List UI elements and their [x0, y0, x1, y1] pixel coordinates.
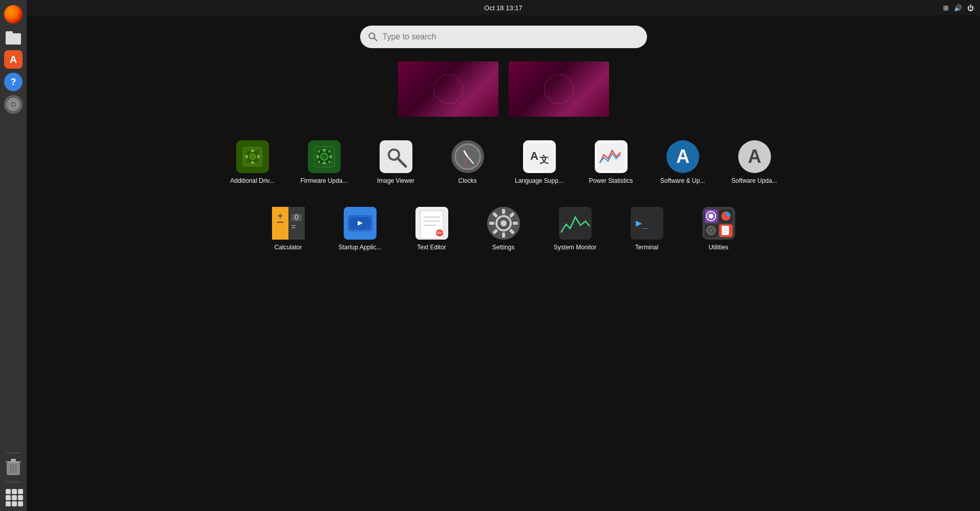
app-label-terminal: Terminal: [635, 244, 658, 251]
svg-rect-25: [329, 155, 332, 158]
svg-text:▶: ▶: [358, 218, 363, 227]
startup-applications-icon: ▶: [344, 207, 377, 240]
sound-icon[interactable]: 🔊: [954, 4, 962, 12]
svg-rect-27: [323, 162, 326, 164]
workspace-switcher: [397, 60, 610, 118]
svg-marker-12: [545, 75, 573, 103]
dock-item-trash[interactable]: [3, 457, 24, 478]
app-label-image-viewer: Image Viewer: [377, 177, 414, 184]
svg-text:A: A: [676, 146, 690, 167]
app-label-firmware-upda: Firmware Upda...: [300, 177, 347, 184]
app-terminal[interactable]: ▶_ Terminal: [614, 201, 680, 267]
svg-rect-0: [6, 33, 21, 45]
optical-drive-icon: [4, 95, 23, 114]
svg-rect-28: [318, 151, 320, 153]
app-software-up[interactable]: A Software & Up...: [650, 134, 716, 201]
power-statistics-icon: [595, 140, 628, 173]
app-calculator[interactable]: − + 0 = Calculator: [255, 201, 322, 267]
help-icon: ?: [4, 73, 23, 91]
svg-rect-31: [328, 161, 330, 163]
app-system-monitor[interactable]: System Monitor: [542, 201, 609, 267]
svg-text:文: 文: [539, 155, 549, 165]
search-bar[interactable]: [360, 26, 647, 48]
app-label-text-editor: Text Editor: [417, 244, 446, 251]
dock-item-files[interactable]: [3, 27, 24, 47]
app-additional-driv[interactable]: Additional Driv...: [219, 134, 286, 201]
clock-face: [454, 143, 481, 170]
svg-marker-11: [437, 78, 460, 100]
app-settings[interactable]: Settings: [470, 201, 537, 267]
app-language-supp[interactable]: A 文 Language Supp...: [506, 134, 573, 201]
svg-text:=: =: [291, 223, 296, 231]
search-icon: [368, 32, 378, 41]
app-firmware-upda[interactable]: Firmware Upda...: [291, 134, 358, 201]
firefox-icon: [4, 5, 23, 24]
calculator-icon: − + 0 =: [272, 207, 305, 240]
app-label-settings: Settings: [492, 244, 514, 251]
main-area: Oct 18 13:17 ⊞ 🔊 ⏻: [27, 0, 980, 511]
app-image-viewer[interactable]: Image Viewer: [363, 134, 429, 201]
app-utilities[interactable]: Utilities: [685, 201, 752, 267]
svg-point-23: [321, 153, 328, 160]
app-label-utilities: Utilities: [708, 244, 728, 251]
topbar-center: Oct 18 13:17: [484, 4, 522, 12]
svg-rect-29: [328, 151, 330, 153]
system-monitor-icon: [559, 207, 592, 240]
software-updates-icon: A: [666, 140, 699, 173]
utilities-icon: [702, 207, 735, 240]
dock-item-help[interactable]: ?: [3, 72, 24, 92]
app-text-editor[interactable]: ✏ Text Editor: [399, 201, 465, 267]
app-row-2: − + 0 = Calculator ▶: [255, 201, 752, 267]
clock-second-hand: [464, 157, 468, 166]
svg-rect-19: [251, 150, 254, 152]
app-power-statistics[interactable]: Power Statistics: [578, 134, 644, 201]
svg-marker-10: [434, 75, 463, 103]
svg-text:▶_: ▶_: [636, 217, 649, 229]
svg-marker-13: [548, 78, 570, 100]
app-software-upda[interactable]: A Software Upda...: [721, 134, 788, 201]
dock-divider: [6, 453, 21, 453]
dock-item-software-center[interactable]: A: [3, 49, 24, 70]
svg-point-80: [711, 230, 712, 231]
svg-rect-30: [318, 161, 320, 163]
svg-rect-18: [257, 155, 260, 158]
workspace-1-preview: [398, 61, 498, 117]
software-center-icon: A: [4, 50, 23, 69]
app-startup-applic[interactable]: ▶ Startup Applic...: [327, 201, 393, 267]
dock-item-appgrid[interactable]: [3, 486, 24, 507]
app-label-language-supp: Language Supp...: [515, 177, 564, 184]
network-icon[interactable]: ⊞: [943, 4, 949, 12]
terminal-icon: ▶_: [631, 207, 663, 240]
clock-minute-hand: [467, 156, 474, 164]
search-input[interactable]: [383, 32, 639, 41]
app-label-software-up: Software & Up...: [660, 177, 705, 184]
show-applications-icon: [4, 487, 23, 506]
topbar: Oct 18 13:17 ⊞ 🔊 ⏻: [27, 0, 980, 15]
svg-text:✏: ✏: [437, 229, 442, 237]
topbar-right: ⊞ 🔊 ⏻: [943, 4, 974, 12]
additional-driv-icon: [236, 140, 269, 173]
workspace-2[interactable]: [508, 60, 610, 118]
svg-rect-20: [251, 161, 254, 164]
workspace-1[interactable]: [397, 60, 499, 118]
dock-item-firefox[interactable]: [3, 4, 24, 25]
app-row-1: Additional Driv...: [219, 134, 788, 201]
svg-rect-68: [502, 232, 505, 238]
svg-point-16: [249, 154, 256, 160]
svg-rect-17: [245, 155, 248, 158]
files-icon: [5, 28, 22, 46]
dock: A ?: [0, 0, 27, 511]
power-icon[interactable]: ⏻: [967, 4, 974, 12]
app-label-startup-applic: Startup Applic...: [338, 244, 381, 251]
language-support-icon: A 文: [523, 140, 556, 173]
svg-rect-3: [11, 459, 16, 462]
svg-point-63: [501, 220, 507, 226]
dock-item-optical[interactable]: [3, 94, 24, 115]
svg-rect-38: [598, 143, 624, 170]
svg-rect-66: [513, 222, 518, 225]
app-label-software-upda: Software Upda...: [732, 177, 777, 184]
svg-text:0: 0: [295, 213, 299, 221]
app-clocks[interactable]: Clocks: [434, 134, 501, 201]
workspace-octagon-2-icon: [544, 74, 574, 104]
trash-icon: [6, 459, 21, 476]
